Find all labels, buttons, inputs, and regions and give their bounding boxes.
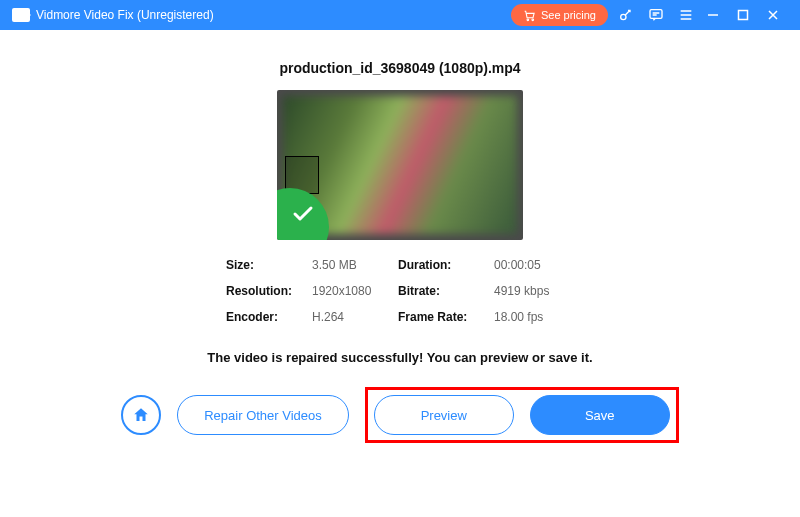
checkmark-icon xyxy=(291,202,315,226)
titlebar: Vidmore Video Fix (Unregistered) See pri… xyxy=(0,0,800,30)
main-content: production_id_3698049 (1080p).mp4 Size: … xyxy=(0,30,800,443)
action-bar: Repair Other Videos Preview Save xyxy=(121,387,679,443)
repair-other-videos-button[interactable]: Repair Other Videos xyxy=(177,395,349,435)
menu-icon[interactable] xyxy=(674,3,698,27)
logo-icon xyxy=(12,8,30,22)
app-title: Vidmore Video Fix (Unregistered) xyxy=(36,8,214,22)
svg-point-2 xyxy=(621,14,626,19)
close-button[interactable] xyxy=(758,9,788,21)
bitrate-value: 4919 kbps xyxy=(494,284,574,298)
status-message: The video is repaired successfully! You … xyxy=(207,350,592,365)
key-icon[interactable] xyxy=(614,3,638,27)
home-button[interactable] xyxy=(121,395,161,435)
highlight-annotation: Preview Save xyxy=(365,387,679,443)
svg-rect-3 xyxy=(650,10,662,19)
encoder-value: H.264 xyxy=(312,310,392,324)
video-thumbnail xyxy=(277,90,523,240)
framerate-value: 18.00 fps xyxy=(494,310,574,324)
size-value: 3.50 MB xyxy=(312,258,392,272)
bitrate-label: Bitrate: xyxy=(398,284,488,298)
duration-label: Duration: xyxy=(398,258,488,272)
duration-value: 00:00:05 xyxy=(494,258,574,272)
encoder-label: Encoder: xyxy=(226,310,306,324)
cart-icon xyxy=(523,9,536,22)
svg-point-0 xyxy=(527,19,529,21)
video-metadata: Size: 3.50 MB Duration: 00:00:05 Resolut… xyxy=(226,258,574,324)
app-logo: Vidmore Video Fix (Unregistered) xyxy=(12,8,214,22)
pricing-label: See pricing xyxy=(541,9,596,21)
filename-label: production_id_3698049 (1080p).mp4 xyxy=(279,60,520,76)
size-label: Size: xyxy=(226,258,306,272)
svg-rect-4 xyxy=(739,11,748,20)
svg-point-1 xyxy=(532,19,534,21)
framerate-label: Frame Rate: xyxy=(398,310,488,324)
save-button[interactable]: Save xyxy=(530,395,670,435)
preview-button[interactable]: Preview xyxy=(374,395,514,435)
resolution-label: Resolution: xyxy=(226,284,306,298)
see-pricing-button[interactable]: See pricing xyxy=(511,4,608,26)
minimize-button[interactable] xyxy=(698,9,728,21)
home-icon xyxy=(132,406,150,424)
resolution-value: 1920x1080 xyxy=(312,284,392,298)
feedback-icon[interactable] xyxy=(644,3,668,27)
maximize-button[interactable] xyxy=(728,9,758,21)
